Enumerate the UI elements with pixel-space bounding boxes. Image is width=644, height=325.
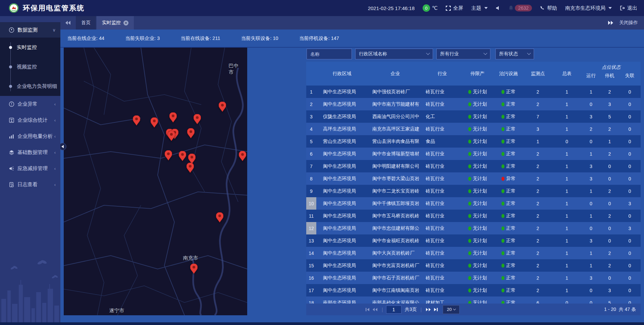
row-running: 3 <box>582 234 600 247</box>
org-dropdown[interactable]: 南充市生态环境局 <box>565 5 612 11</box>
row-offline: 0 <box>619 284 641 296</box>
status-dot-green <box>468 276 471 280</box>
industry-filter-dropdown[interactable]: 所有行业 <box>436 49 490 59</box>
tab-bar: 首页 实时监控 × 关闭操作 <box>60 16 644 30</box>
map-pin[interactable] <box>168 131 175 141</box>
help-button[interactable]: 帮助 <box>540 5 557 11</box>
row-points: 2 <box>524 247 552 259</box>
logout-button[interactable]: 退出 <box>620 5 637 11</box>
row-running: 0 <box>582 284 600 296</box>
table-row[interactable]: 15阆中生态环境局阆中市光富页岩机砖厂砖瓦行业无计划正常21120 <box>306 259 641 272</box>
row-running: 1 <box>582 259 600 272</box>
row-index: 9 <box>306 185 316 197</box>
sidebar-item-0[interactable]: 数据监测∨ <box>0 22 60 38</box>
row-meter: 1 <box>552 210 582 222</box>
col-points: 监测点 <box>524 62 552 86</box>
row-region: 阆中生态环境局 <box>316 197 368 210</box>
row-stop-label: 无计划 <box>473 139 487 145</box>
map-panel[interactable]: 巴中市南充市遂宁市 <box>64 48 247 315</box>
table-row[interactable]: 16阆中生态环境局阆中市石子页岩机砖厂砖瓦行业无计划正常21300 <box>306 272 641 284</box>
status-filter-dropdown[interactable]: 所有状态 <box>495 49 534 59</box>
row-region: 南部生态环境局 <box>316 296 368 304</box>
close-operations-button[interactable]: 关闭操作 <box>619 20 638 26</box>
map-pin[interactable] <box>186 163 194 173</box>
sidebar-item-1[interactable]: 企业异常‹ <box>0 96 60 112</box>
tab-home[interactable]: 首页 <box>76 16 96 30</box>
sidebar-subitem-2[interactable]: 企业电力负荷明细 <box>0 76 60 96</box>
table-row[interactable]: 14阆中生态环境局阆中大兴页岩机砖厂砖瓦行业无计划正常21120 <box>306 247 641 259</box>
row-stopped: 1 <box>600 135 619 148</box>
row-region: 阆中生态环境局 <box>316 234 368 247</box>
map-pin[interactable] <box>219 102 226 112</box>
status-dot-green <box>468 214 471 218</box>
map-pin[interactable] <box>179 151 186 161</box>
last-page-icon[interactable] <box>432 306 439 313</box>
theme-dropdown[interactable]: 主题 <box>471 5 488 11</box>
tab-close-icon[interactable]: × <box>123 20 128 25</box>
table-row[interactable]: 18南部生态环境局南部县砂化水泥有限公建材加工无计划正常60050 <box>306 296 641 304</box>
row-offline: 0 <box>619 296 641 304</box>
table-row[interactable]: 7阆中生态环境局阆中明阳建材有限公司砖瓦行业无计划正常21300 <box>306 160 641 172</box>
row-stop-label: 无计划 <box>473 300 487 304</box>
table-row[interactable]: 17阆中生态环境局阆中市江南镇阆南页岩砖瓦行业无计划正常21030 <box>306 284 641 296</box>
submenu-dot-icon <box>9 85 12 88</box>
region-filter-dropdown[interactable]: 行政区域名称 <box>355 49 433 59</box>
sidebar-item-4[interactable]: 基础数据管理‹ <box>0 144 60 160</box>
sidebar-subitem-1[interactable]: 视频监控 <box>0 57 60 76</box>
speaker-icon[interactable] <box>496 6 500 10</box>
row-running: 2 <box>582 123 600 135</box>
table-row[interactable]: 11阆中生态环境局阆中市五马桥页岩机砖砖瓦行业无计划正常21120 <box>306 210 641 222</box>
map-pin[interactable] <box>188 154 196 164</box>
fullscreen-button[interactable]: 全屏 <box>446 5 463 11</box>
map-pin[interactable] <box>151 117 158 127</box>
sidebar-item-5[interactable]: 应急减排管理‹ <box>0 160 60 176</box>
col-offline: 失联 <box>619 73 641 86</box>
sidebar-item-3[interactable]: 企业用电量分析‹ <box>0 128 60 144</box>
first-page-icon[interactable] <box>364 306 371 313</box>
table-row[interactable]: 13阆中生态环境局阆中市金福旺页岩机砖砖瓦行业无计划正常21300 <box>306 234 641 247</box>
map-pin[interactable] <box>239 151 246 161</box>
next-page-icon[interactable] <box>425 306 432 313</box>
table-row[interactable]: 9阆中生态环境局阆中市二龙长宝页岩砖砖瓦行业无计划正常21120 <box>306 185 641 197</box>
row-stopped: 3 <box>600 284 619 296</box>
chevron-left-icon: ‹ <box>54 150 56 155</box>
table-row[interactable]: 12阆中生态环境局阆中市忠信建材有限公砖瓦行业无计划正常21003 <box>306 222 641 234</box>
page-size-select[interactable]: 20 <box>443 305 460 314</box>
row-stop-label: 无计划 <box>473 163 487 169</box>
table-row[interactable]: 1阆中生态环境局阆中强锐页岩砖厂砖瓦行业无计划正常21120 <box>306 86 641 98</box>
tab-realtime-monitor[interactable]: 实时监控 × <box>97 16 134 30</box>
map-pin[interactable] <box>190 264 198 274</box>
tab-scroll-right-icon[interactable] <box>608 21 613 25</box>
row-points: 2 <box>524 86 552 98</box>
col-company: 企业 <box>368 62 423 86</box>
table-row[interactable]: 10阆中生态环境局阆中千佛镇五郎垭页岩砖瓦行业无计划正常21003 <box>306 197 641 210</box>
row-offline: 0 <box>619 210 641 222</box>
tab-scroll-left-icon[interactable] <box>60 16 76 30</box>
stat-item-1: 当前失联企业: 3 <box>125 35 160 42</box>
map-city-label: 巴中市 <box>229 63 241 75</box>
map-pin[interactable] <box>194 114 201 124</box>
row-offline: 0 <box>619 247 641 259</box>
map-pin[interactable] <box>165 150 172 160</box>
page-number-input[interactable] <box>386 306 401 314</box>
map-pin[interactable] <box>187 128 195 138</box>
sidebar-subitem-0[interactable]: 实时监控 <box>0 38 60 57</box>
sidebar-item-6[interactable]: 日志查看‹ <box>0 176 60 193</box>
table-row[interactable]: 8阆中生态环境局阆中市枣碧大梁山页岩砖瓦行业无计划异常21300 <box>306 172 641 185</box>
row-stop-label: 无计划 <box>473 114 487 120</box>
map-pin[interactable] <box>133 115 140 125</box>
sidebar-item-2[interactable]: 企业综合统计‹ <box>0 112 60 128</box>
prev-page-icon[interactable] <box>371 306 379 313</box>
notifications[interactable]: 2632 <box>508 5 532 11</box>
name-filter-input[interactable] <box>310 51 348 57</box>
row-stop-label: 无计划 <box>473 126 487 132</box>
status-dot-green <box>501 127 504 131</box>
table-row[interactable]: 5营山生态环境局营山县润丰肉食品有限食品无计划正常10010 <box>306 135 641 148</box>
table-row[interactable]: 3仪陇生态环境局西南油气田分公司川中化工无计划正常71350 <box>306 110 641 123</box>
table-row[interactable]: 4高坪生态环境局南充市高坪区王家店建砖瓦行业无计划正常31220 <box>306 123 641 135</box>
table-row[interactable]: 2阆中生态环境局阆中市南方节能建材有砖瓦行业无计划正常21030 <box>306 98 641 110</box>
map-pin[interactable] <box>216 212 223 222</box>
map-pin[interactable] <box>169 112 177 122</box>
table-row[interactable]: 6阆中生态环境局阆中市金博瑞新型墙材砖瓦行业无计划正常21120 <box>306 148 641 160</box>
temperature: 0 ℃ <box>423 4 438 12</box>
